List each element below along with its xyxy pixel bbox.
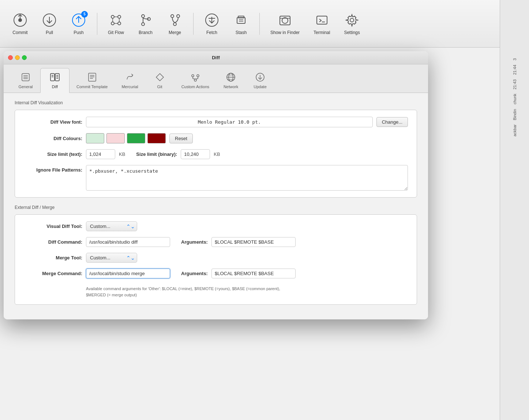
merge-tool-select[interactable]: Custom...: [86, 253, 137, 263]
sidebar-text-6: ackbar: [513, 124, 517, 136]
sidebar-text-5: Bindin: [513, 109, 517, 120]
maximize-button[interactable]: [22, 55, 27, 60]
right-sidebar: 3 21:44 21:43 chunk Bindin ackbar: [500, 0, 529, 420]
sidebar-text-4: chunk: [513, 94, 517, 104]
push-badge: 5: [81, 11, 88, 18]
tab-custom-actions-label: Custom Actions: [181, 85, 209, 89]
network-tab-icon: [225, 71, 237, 83]
merge-command-row: Merge Command: Arguments:: [24, 269, 408, 278]
svg-rect-48: [89, 73, 96, 81]
color-swatch-dark-red[interactable]: [147, 133, 166, 143]
tab-custom-actions[interactable]: Custom Actions: [175, 68, 216, 93]
visual-diff-select-wrapper: Custom... ⌃⌄: [86, 221, 137, 231]
stash-label: Stash: [236, 30, 247, 35]
sidebar-text-3: 21:43: [513, 79, 517, 90]
finder-icon: [277, 12, 293, 28]
change-font-button[interactable]: Change...: [376, 117, 408, 127]
reset-colors-button[interactable]: Reset: [169, 134, 193, 143]
diff-command-input[interactable]: [86, 237, 170, 247]
tab-git-label: Git: [157, 85, 162, 89]
svg-point-4: [18, 18, 22, 22]
toolbar-settings[interactable]: Settings: [339, 9, 365, 39]
toolbar-stash[interactable]: Stash: [228, 9, 254, 39]
tab-git[interactable]: Git: [145, 68, 175, 93]
toolbar-branch[interactable]: Branch: [133, 9, 158, 39]
tab-update[interactable]: Update: [245, 68, 275, 93]
color-swatch-light-red[interactable]: [106, 133, 125, 143]
color-swatch-light-green[interactable]: [86, 133, 104, 143]
minimize-button[interactable]: [15, 55, 20, 60]
diff-command-label: Diff Command:: [24, 239, 82, 245]
colors-row: Diff Colours: Reset: [24, 133, 408, 143]
stash-icon: [233, 12, 249, 28]
merge-label: Merge: [169, 30, 181, 35]
svg-point-9: [111, 15, 114, 18]
modal-tabs: General Diff: [4, 64, 428, 93]
diff-args-label: Arguments:: [181, 239, 208, 245]
svg-point-22: [177, 15, 180, 18]
size-text-input[interactable]: [86, 149, 115, 159]
toolbar-sep-3: [259, 13, 260, 35]
diff-args-input[interactable]: [211, 237, 296, 247]
toolbar-terminal[interactable]: Terminal: [308, 9, 335, 39]
toolbar-sep-2: [193, 13, 194, 35]
toolbar-commit[interactable]: Commit: [7, 9, 33, 39]
size-binary-label: Size limit (binary):: [136, 151, 177, 157]
tab-network[interactable]: Network: [216, 68, 245, 93]
tab-mercurial[interactable]: Mercurial: [115, 68, 145, 93]
merge-args-input[interactable]: [211, 269, 296, 278]
modal-overlay: Diff General: [0, 48, 500, 420]
toolbar-gitflow[interactable]: Git Flow: [103, 9, 129, 39]
toolbar-push[interactable]: 5 Push: [66, 9, 91, 39]
ignore-label: Ignore File Patterns:: [24, 165, 82, 173]
commit-icon: [12, 12, 28, 28]
merge-tool-label: Merge Tool:: [24, 255, 82, 260]
tab-diff[interactable]: Diff: [40, 68, 70, 93]
svg-point-12: [118, 22, 121, 25]
svg-point-36: [350, 18, 354, 22]
svg-point-55: [194, 79, 196, 81]
toolbar-pull[interactable]: Pull: [37, 9, 62, 39]
close-button[interactable]: [8, 55, 13, 60]
visual-diff-row: Visual Diff Tool: Custom... ⌃⌄: [24, 221, 408, 231]
tab-commit-template[interactable]: Commit Template: [70, 68, 115, 93]
pull-label: Pull: [46, 30, 53, 35]
push-label: Push: [74, 30, 83, 35]
tab-mercurial-label: Mercurial: [121, 85, 138, 89]
color-swatch-green[interactable]: [127, 133, 145, 143]
settings-label: Settings: [344, 30, 360, 35]
svg-rect-34: [317, 16, 327, 24]
git-tab-icon: [154, 71, 166, 83]
toolbar-merge[interactable]: Merge: [162, 9, 188, 39]
toolbar-fetch[interactable]: Fetch: [199, 9, 225, 39]
tab-general[interactable]: General: [11, 68, 40, 93]
internal-diff-title: Internal Diff Visualization: [15, 100, 417, 105]
visual-diff-label: Visual Diff Tool:: [24, 224, 82, 229]
merge-args-label: Arguments:: [181, 271, 208, 276]
color-swatches: [86, 133, 166, 143]
tab-diff-label: Diff: [52, 85, 58, 89]
external-diff-section: Visual Diff Tool: Custom... ⌃⌄ Diff Comm…: [15, 214, 417, 305]
size-text-label: Size limit (text):: [24, 151, 82, 157]
toolbar-finder[interactable]: Show in Finder: [265, 9, 305, 39]
tab-commit-template-label: Commit Template: [76, 85, 108, 89]
diff-tab-icon: [49, 71, 61, 83]
pull-icon: [42, 12, 57, 28]
commit-template-tab-icon: [86, 71, 98, 83]
merge-icon: [167, 12, 183, 28]
svg-line-57: [193, 79, 195, 79]
ignore-patterns-row: Ignore File Patterns: *.pbxuser, *.xcuse…: [24, 165, 408, 191]
internal-diff-section: Diff View font: Menlo Regular 10.0 pt. C…: [15, 110, 417, 198]
svg-point-17: [142, 15, 145, 18]
visual-diff-select[interactable]: Custom...: [86, 221, 137, 231]
ignore-patterns-input[interactable]: *.pbxuser, *.xcuserstate: [86, 165, 408, 191]
colours-label: Diff Colours:: [24, 136, 82, 141]
merge-command-input[interactable]: [86, 269, 170, 278]
mercurial-tab-icon: [124, 71, 136, 83]
branch-label: Branch: [139, 30, 153, 35]
svg-point-53: [192, 75, 194, 77]
merge-command-label: Merge Command:: [24, 271, 82, 276]
svg-rect-41: [50, 74, 55, 81]
size-binary-input[interactable]: [181, 149, 210, 159]
custom-actions-tab-icon: [190, 71, 201, 83]
